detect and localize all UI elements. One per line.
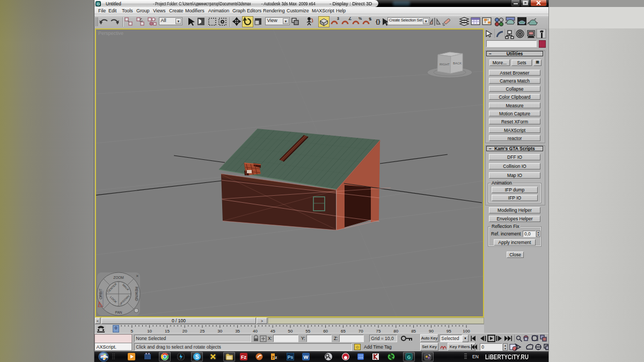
svg-text:%: % bbox=[358, 17, 362, 20]
svg-text:S: S bbox=[195, 354, 199, 360]
svg-text:3: 3 bbox=[337, 17, 339, 20]
svg-text:W: W bbox=[304, 354, 309, 360]
svg-text:Fz: Fz bbox=[241, 354, 246, 360]
svg-text:Ps: Ps bbox=[288, 354, 294, 360]
svg-text:⇅: ⇅ bbox=[368, 17, 372, 21]
svg-text:7: 7 bbox=[272, 355, 274, 360]
svg-text:G: G bbox=[407, 354, 411, 360]
svg-text:ZOOM: ZOOM bbox=[113, 276, 124, 279]
svg-text:ORBIT: ORBIT bbox=[99, 289, 103, 299]
svg-text:{}: {} bbox=[376, 18, 380, 25]
svg-text:REWIND: REWIND bbox=[135, 287, 138, 301]
svg-text:PAN: PAN bbox=[115, 311, 122, 314]
svg-text:BACK: BACK bbox=[453, 62, 462, 65]
svg-text:✕: ✕ bbox=[136, 274, 139, 278]
svg-text:RIGHT: RIGHT bbox=[440, 63, 450, 66]
svg-text:∠: ∠ bbox=[348, 17, 352, 20]
